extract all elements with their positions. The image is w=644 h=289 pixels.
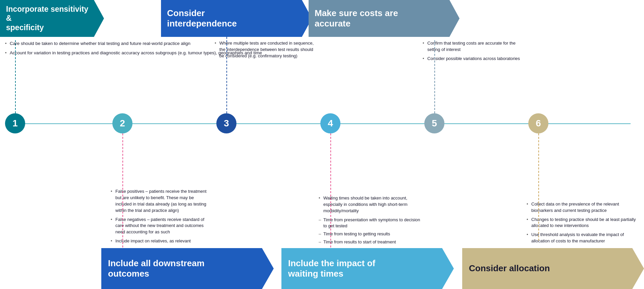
banner-downstream-outcomes-title: Include all downstream outcomes (108, 258, 205, 279)
col6-bullet-1: Collect data on the prevalence of the re… (527, 201, 637, 214)
banner-waiting-times-title: Include the impact of waiting times (288, 258, 375, 279)
dashed-line-col6 (538, 133, 539, 241)
node-5: 5 (424, 113, 444, 133)
col2-bullets: False positives – patients receive the t… (111, 188, 210, 247)
dashed-line-col2 (122, 133, 123, 247)
col4-sub-bullet-2: Time from testing to getting results (319, 231, 423, 237)
banner-interdependence-title: Consider interdependence (167, 8, 237, 29)
dashed-line-col1 (15, 40, 16, 113)
banner-allocation: Consider allocation (462, 248, 644, 289)
col1-bullet-2: Account for variation in testing practic… (5, 50, 641, 56)
col4-main-text: •Waiting times should be taken into acco… (319, 195, 423, 214)
banner-sensitivity-specificity: Incorporate sensitivity & specificity (0, 0, 104, 37)
col5-bullet-2: Consider possible variations across labo… (423, 56, 525, 62)
dashed-line-col3 (226, 37, 227, 113)
col2-bullet-1: False positives – patients receive the t… (111, 188, 210, 214)
dashed-line-col4 (330, 133, 331, 247)
col3-bullet-1: Where multiple tests are conducted in se… (215, 40, 319, 59)
col3-bullets: Where multiple tests are conducted in se… (215, 40, 319, 62)
node-1: 1 (5, 113, 25, 133)
node-2: 2 (112, 113, 132, 133)
col2-bullet-2: False negatives – patients receive stand… (111, 217, 210, 236)
banner-downstream-outcomes: Include all downstream outcomes (101, 248, 274, 289)
col1-bullet-1: Care should be taken to determine whethe… (5, 40, 641, 47)
col5-bullet-1: Confirm that testing costs are accurate … (423, 40, 525, 53)
banner-allocation-title: Consider allocation (469, 263, 550, 274)
col4-sub-bullet-1: Time from presentation with symptoms to … (319, 217, 423, 230)
node-6: 6 (528, 113, 548, 133)
col6-bullet-2: Changes to testing practice should be at… (527, 217, 637, 229)
page-container: 1 2 3 4 5 6 Incorporate sensitivity & sp… (0, 0, 644, 289)
banner-costs-accurate-title: Make sure costs are accurate (315, 8, 398, 29)
col6-bullets: Collect data on the prevalence of the re… (527, 201, 637, 247)
banner-sensitivity-specificity-title: Incorporate sensitivity & specificity (6, 5, 91, 33)
banner-waiting-times: Include the impact of waiting times (281, 248, 454, 289)
col4-sub-bullet-3: Time from results to start of treatment (319, 239, 423, 245)
banner-costs-accurate: Make sure costs are accurate (309, 0, 460, 37)
col1-bullets: Care should be taken to determine whethe… (5, 40, 641, 59)
col4-bullets: •Waiting times should be taken into acco… (319, 195, 423, 247)
col2-bullet-3: Include impact on relatives, as relevant (111, 238, 210, 244)
col6-bullet-3: Use threshold analysis to evaluate the i… (527, 232, 637, 244)
dashed-line-col5 (434, 40, 435, 113)
col5-bullets: Confirm that testing costs are accurate … (423, 40, 525, 65)
node-3: 3 (216, 113, 236, 133)
banner-interdependence: Consider interdependence (161, 0, 312, 37)
node-4: 4 (320, 113, 340, 133)
